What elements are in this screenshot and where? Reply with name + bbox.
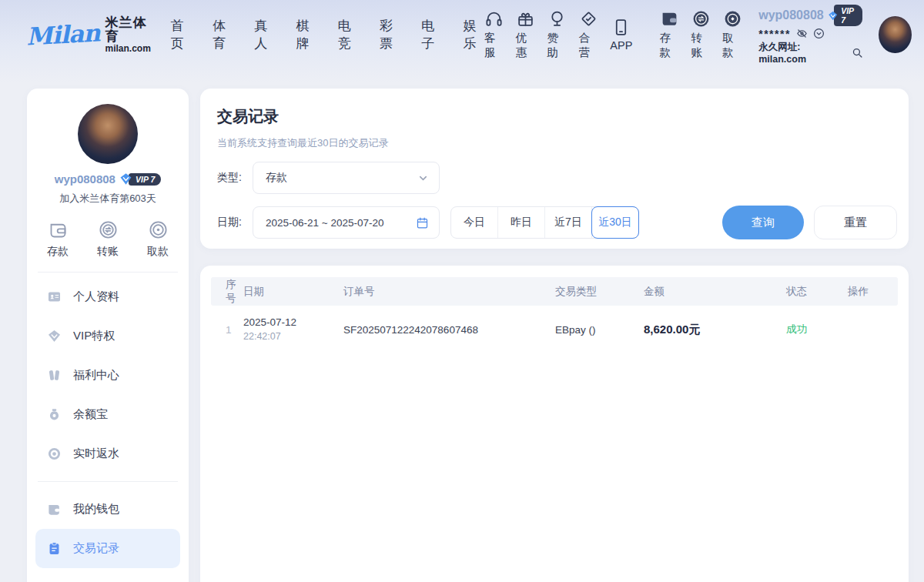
clipboard-icon — [47, 541, 62, 556]
wallet-icon — [47, 502, 62, 517]
range-yesterday-button[interactable]: 昨日 — [498, 207, 545, 238]
sidebar: wyp080808 VIP 7 加入米兰体育第603天 存款 — [27, 89, 189, 582]
join-days-text: 加入米兰体育第603天 — [27, 192, 189, 206]
magnifier-icon[interactable] — [852, 47, 863, 59]
date-range-value: 2025-06-21 ~ 2025-07-20 — [266, 217, 384, 229]
vip-level-label: VIP 7 — [834, 5, 862, 26]
range-today-button[interactable]: 今日 — [451, 207, 498, 238]
filter-buttons: 查询 重置 — [722, 206, 897, 239]
col-header-order: 订单号 — [343, 285, 555, 299]
handshake-icon — [579, 9, 598, 28]
partner-button[interactable]: 合营 — [578, 9, 598, 60]
quick-range-group: 今日 昨日 近7日 近30日 — [450, 206, 639, 239]
quick-transfer-button[interactable]: 转账 — [97, 219, 119, 259]
date-label: 日期: — [217, 216, 248, 229]
sidebar-item-transactions[interactable]: 交易记录 — [35, 529, 180, 568]
money-bag-icon — [47, 407, 62, 422]
cell-type: EBpay () — [555, 324, 644, 336]
type-select[interactable]: 存款 — [253, 162, 440, 194]
reset-button[interactable]: 重置 — [814, 206, 897, 239]
chevron-down-icon — [417, 172, 429, 184]
user-block: wyp080808 VIP 7 ****** — [758, 5, 862, 65]
chevron-circle-icon[interactable] — [813, 28, 825, 39]
app-button[interactable]: APP — [610, 18, 632, 52]
coin-outline-icon — [148, 219, 169, 240]
cell-time-value: 22:42:07 — [243, 330, 343, 343]
vip-badge: VIP 7 — [828, 5, 863, 26]
sidebar-item-welfare[interactable]: 福利中心 — [35, 356, 180, 395]
col-header-status: 状态 — [786, 285, 848, 299]
col-header-action: 操作 — [848, 285, 898, 299]
transfer-button[interactable]: 转账 — [691, 9, 711, 60]
eye-off-icon[interactable] — [796, 28, 808, 39]
nav-item-esports[interactable]: 电竞 — [338, 17, 359, 52]
cell-index: 1 — [211, 324, 243, 336]
col-header-type: 交易类型 — [555, 285, 644, 299]
table-row: 1 2025-07-12 22:42:07 SF2025071222420786… — [211, 307, 898, 352]
filter-card: 交易记录 当前系统支持查询最近30日的交易记录 类型: 存款 日期: 2025-… — [200, 89, 909, 249]
rebate-coin-icon — [47, 447, 62, 461]
gift-icon — [516, 9, 535, 28]
nav-item-live[interactable]: 真人 — [254, 17, 275, 52]
quick-withdraw-button[interactable]: 取款 — [147, 219, 169, 259]
nav-item-slots[interactable]: 电子 — [421, 17, 442, 52]
sidebar-item-vip[interactable]: VIP特权 — [35, 316, 180, 356]
sidebar-username: wyp080808 — [55, 172, 116, 186]
transfer-filled-icon — [691, 9, 711, 28]
navbar: Milan 米兰体育 milan.com 首页 体育 真人 棋牌 电竞 彩票 电… — [0, 0, 924, 69]
support-button[interactable]: 客服 — [484, 9, 504, 60]
type-select-value: 存款 — [266, 171, 287, 185]
quick-actions: 存款 转账 取款 — [27, 219, 189, 259]
id-card-icon — [47, 289, 62, 304]
sidebar-item-profile[interactable]: 个人资料 — [35, 277, 180, 316]
status-badge: 成功 — [786, 323, 848, 336]
search-button[interactable]: 查询 — [722, 206, 804, 239]
type-filter-row: 类型: 存款 — [217, 162, 897, 194]
nav-item-lottery[interactable]: 彩票 — [380, 17, 400, 52]
welfare-icon — [47, 368, 62, 383]
headset-icon — [484, 9, 504, 28]
sidebar-item-rebate[interactable]: 实时返水 — [35, 434, 180, 473]
page-title: 交易记录 — [217, 106, 909, 127]
user-avatar[interactable] — [879, 16, 912, 53]
range-30days-button[interactable]: 近30日 — [591, 206, 639, 239]
sidebar-item-label: 余额宝 — [73, 407, 108, 422]
sidebar-item-label: 我的钱包 — [73, 502, 119, 517]
range-7days-button[interactable]: 近7日 — [545, 207, 592, 238]
nav-item-sports[interactable]: 体育 — [213, 17, 233, 52]
table-header-row: 序号 日期 订单号 交易类型 金额 状态 操作 — [211, 277, 898, 306]
username[interactable]: wyp080808 — [758, 8, 824, 22]
sidebar-avatar[interactable] — [78, 104, 138, 164]
sidebar-item-yuebao[interactable]: 余额宝 — [35, 395, 180, 434]
gem-icon — [47, 329, 62, 343]
masked-balance: ****** — [758, 28, 791, 39]
calendar-icon — [416, 216, 429, 229]
cell-date-value: 2025-07-12 — [243, 316, 343, 329]
nav-item-entertainment[interactable]: 娱乐 — [464, 17, 484, 52]
phone-icon — [611, 18, 631, 37]
sponsor-button[interactable]: 赞助 — [547, 9, 567, 60]
coin-filled-icon — [723, 9, 742, 28]
date-range-input[interactable]: 2025-06-21 ~ 2025-07-20 — [253, 206, 440, 239]
sidebar-item-wallet[interactable]: 我的钱包 — [35, 490, 180, 529]
sidebar-item-label: 福利中心 — [73, 368, 119, 383]
nav-item-home[interactable]: 首页 — [171, 17, 192, 52]
type-label: 类型: — [217, 171, 248, 185]
cell-order-no: SF202507122242078607468 — [343, 324, 555, 336]
page-subtitle: 当前系统支持查询最近30日的交易记录 — [217, 136, 909, 150]
nav-item-chess[interactable]: 棋牌 — [296, 17, 317, 52]
col-header-index: 序号 — [211, 278, 243, 306]
quick-deposit-button[interactable]: 存款 — [47, 219, 69, 259]
sidebar-item-label: VIP特权 — [73, 329, 115, 343]
sidebar-vip-badge: VIP 7 — [119, 172, 161, 186]
brand-logo[interactable]: Milan 米兰体育 milan.com — [26, 16, 151, 53]
sidebar-menu: 个人资料 VIP特权 福利中心 — [27, 277, 189, 568]
logo-cn: 米兰体育 — [105, 16, 151, 44]
sidebar-item-label: 交易记录 — [73, 541, 119, 556]
wallet-outline-icon — [48, 219, 69, 240]
promo-button[interactable]: 优惠 — [516, 9, 536, 60]
deposit-button[interactable]: 存款 — [660, 9, 680, 60]
withdraw-button[interactable]: 取款 — [722, 9, 742, 60]
transactions-table-card: 序号 日期 订单号 交易类型 金额 状态 操作 1 2025-07-12 22:… — [200, 266, 909, 582]
cell-date: 2025-07-12 22:42:07 — [243, 316, 343, 343]
